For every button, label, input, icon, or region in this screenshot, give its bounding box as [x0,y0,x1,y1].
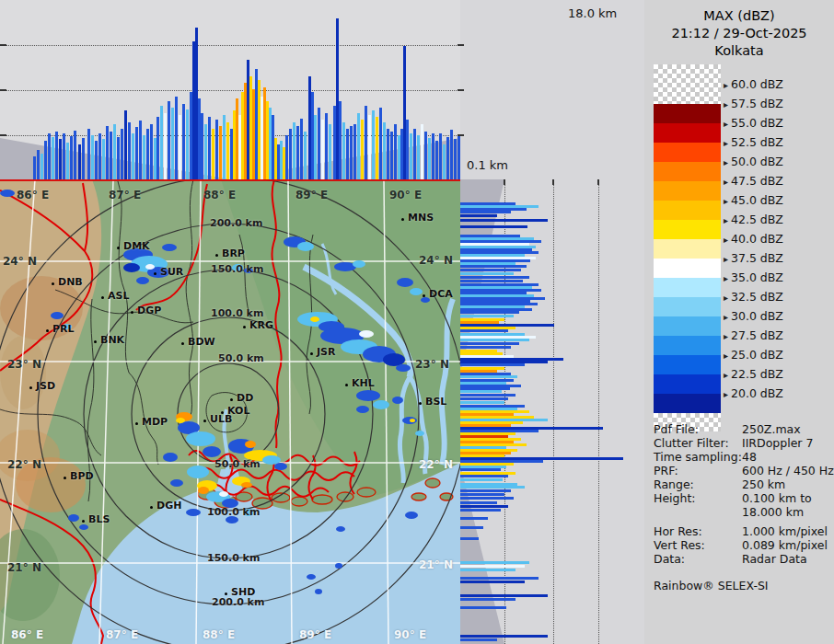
city-label: BNK [100,334,124,346]
city-dot [82,520,85,523]
profile-bar [293,122,295,179]
height-gridline [0,45,460,46]
dbz-level-label: ▸35.0 dBZ [724,270,783,284]
profile-bar [353,124,356,179]
axis-tick [0,44,6,46]
city-dot [64,477,66,479]
city-label: BPD [70,470,94,482]
radar-echo [410,288,423,295]
profile-bar [113,124,116,179]
profile-bar [460,577,539,580]
city-dot [310,352,313,355]
profile-bar [460,517,488,520]
metadata-value: Radar Data [742,552,807,566]
profile-bar [304,132,307,179]
latitude-label: 22° N [419,458,453,471]
dbz-level-label: ▸42.5 dBZ [724,213,783,226]
level-text: 45.0 dBZ [731,193,783,207]
profile-bar [318,108,320,179]
profile-bar [329,124,331,179]
radar-echo [79,524,88,530]
city-label: DMK [123,240,150,252]
level-arrow-icon: ▸ [724,235,728,245]
dbz-colorbar [654,64,721,431]
latitude-label: 21° N [7,561,41,574]
radar-echo [359,330,374,338]
profile-bar [413,129,416,179]
profile-bar [460,342,519,345]
radar-echo [274,463,287,470]
level-text: 25.0 dBZ [731,348,783,362]
profile-bar [325,113,328,179]
colorbar-band [654,123,721,143]
city-label: MDP [142,416,168,428]
profile-bar [300,119,303,179]
profile-bar [285,135,288,179]
metadata-row: Pdf File:250Z.max [654,422,830,436]
level-arrow-icon: ▸ [724,80,728,90]
profile-bar [410,133,412,179]
range-ring-label: 100.0 km [211,307,263,319]
city-dot [52,282,54,285]
profile-bar [460,501,497,504]
level-arrow-icon: ▸ [724,273,728,283]
profile-bar [361,120,364,179]
city-dot [215,254,218,257]
profile-bar [460,329,508,332]
longitude-label: 90° E [394,628,426,641]
radar-echo [373,400,389,409]
profile-bar [428,138,431,179]
profile-bar [342,122,345,179]
map-annotations: DMKBRPSURDNBASLDGPPRLBNKBDWJSDMNSDCAKRGJ… [0,179,460,644]
radar-echo [245,441,256,448]
level-text: 22.5 dBZ [731,367,783,381]
colorbar-band [654,316,721,336]
latitude-label: 21° N [419,558,453,571]
profile-bar [372,110,375,179]
range-ring-label: 200.0 km [210,217,262,229]
level-text: 30.0 dBZ [731,309,783,323]
radar-echo [145,264,155,270]
profile-bar [44,141,47,179]
profile-bar [460,493,504,496]
profile-bar [212,129,214,179]
profile-bar [435,141,438,179]
dbz-level-label: ▸50.0 dBZ [724,155,783,168]
profile-bar [55,132,58,179]
longitude-label: 87° E [106,628,138,641]
profile-bar [450,130,453,179]
profile-bar [150,124,153,179]
level-text: 57.5 dBZ [731,97,783,110]
radar-echo [123,263,140,272]
metadata-label: PRF: [654,464,742,477]
city-dot [101,296,104,299]
level-arrow-icon: ▸ [724,370,728,380]
radar-echo [315,589,322,594]
axis-tick [0,89,6,91]
city-label: MNS [408,212,434,224]
profile-bar [70,136,73,179]
city-label: DD [237,392,253,404]
profile-bar [106,126,109,179]
city-label: DCA [429,288,453,300]
level-text: 40.0 dBZ [731,232,783,246]
profile-bar [215,120,218,179]
city-label: JSD [36,380,55,392]
profile-bar [124,110,127,179]
level-arrow-icon: ▸ [724,196,728,206]
range-ring-label: 50.0 km [214,458,261,470]
dbz-level-label: ▸32.5 dBZ [724,290,783,304]
level-arrow-icon: ▸ [724,312,728,322]
axis-tick [552,179,554,185]
metadata-value: 18.000 km [742,505,804,519]
dbz-level-label: ▸45.0 dBZ [724,193,783,207]
colorbar-band [654,297,721,316]
longitude-label: 88° E [203,189,236,201]
profile-bar [460,397,508,400]
profile-bar [383,122,386,179]
level-arrow-icon: ▸ [724,331,728,341]
max-height-label: 18.0 km [568,6,617,20]
level-text: 50.0 dBZ [731,155,783,168]
city-label: DNB [58,276,83,288]
profile-bar [368,115,371,179]
